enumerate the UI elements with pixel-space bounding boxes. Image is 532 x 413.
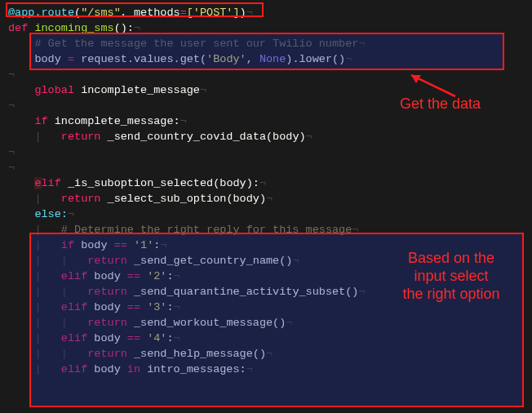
line-body-assign: body = request.values.get('Body', None).… (8, 51, 532, 67)
line-return-3: | | return _send_workout_message()¬ (8, 315, 532, 331)
line-global: global incomplete_message¬ (8, 82, 532, 98)
line-return-4: | | return _send_help_message()¬ (8, 346, 532, 362)
line-return-country: | return _send_country_covid_data(body)¬ (8, 129, 532, 144)
line-elif-intro: | elif body in intro_messages:¬ (8, 362, 532, 377)
line-elif-2: | elif body == '2':¬ (8, 269, 532, 284)
line-def: def incoming_sms():¬ (8, 20, 532, 36)
line-return-1: | | return _send_get_country_name()¬ (8, 253, 532, 269)
blank-line: ¬ (8, 160, 532, 175)
line-return-2: | | return _send_quarantine_activity_sub… (8, 284, 532, 300)
line-elif-3: | elif body == '3':¬ (8, 300, 532, 315)
blank-line: ¬ (8, 144, 532, 160)
line-comment-get: # Get the message the user sent our Twil… (8, 36, 532, 51)
line-if-1: | if body == '1':¬ (8, 238, 532, 253)
line-decorator: @app.route("/sms", methods=['POST'])¬ (8, 5, 532, 20)
code-editor: @app.route("/sms", methods=['POST'])¬ de… (8, 5, 532, 377)
line-comment-determine: | # Determine the right reply for this m… (8, 222, 532, 238)
line-return-suboption: | return _select_sub_option(body)¬ (8, 191, 532, 206)
blank-line: ¬ (8, 67, 532, 82)
line-elif-4: | elif body == '4':¬ (8, 331, 532, 346)
blank-line: ¬ (8, 98, 532, 113)
line-else: else:¬ (8, 206, 532, 222)
line-elif-suboption: elif _is_suboption_selected(body):¬ (8, 175, 532, 191)
line-if-incomplete: if incomplete_message:¬ (8, 113, 532, 129)
